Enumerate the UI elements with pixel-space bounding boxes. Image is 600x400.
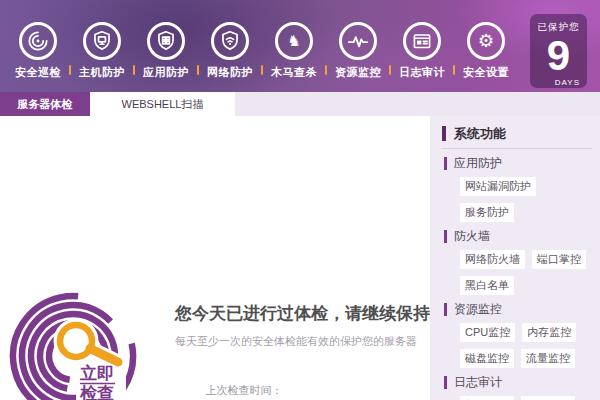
checkup-heading: 您今天已进行过体检，请继续保持 (175, 302, 431, 325)
tab-server-checkup[interactable]: 服务器体检 (0, 92, 90, 116)
nav-label: 木马查杀 (264, 65, 324, 80)
sb-btn-network-firewall[interactable]: 网络防火墙 (460, 250, 525, 269)
nav-label: 资源监控 (328, 65, 388, 80)
tab-bar: 服务器体检 WEBSHELL扫描 (0, 92, 600, 116)
sb-btn-service-protection[interactable]: 服务防护 (460, 203, 514, 222)
nav-divider (453, 65, 455, 75)
sidebar-section-resource-monitor: 资源监控 CPU监控 内存监控 磁盘监控 流量监控 (442, 303, 596, 368)
nav-divider (197, 65, 199, 75)
system-functions-sidebar: 系统功能 应用防护 网站漏洞防护 服务防护 防火墙 网络防火墙 端口掌控 黑白名… (430, 116, 600, 400)
sb-btn-port-control[interactable]: 端口掌控 (532, 250, 586, 269)
network-shield-icon (211, 22, 249, 60)
section-title: 应用防护 (444, 157, 596, 170)
host-shield-icon (83, 22, 121, 60)
check-now-label-line2: 检查 (79, 384, 114, 400)
nav-label: 安全设置 (456, 65, 516, 80)
section-buttons: 操作日志 监控日志 防护日志 (460, 396, 594, 400)
sidebar-section-app-protection: 应用防护 网站漏洞防护 服务防护 (442, 157, 596, 222)
section-title: 资源监控 (444, 303, 596, 316)
nav-label: 网络防护 (200, 65, 260, 80)
nav-divider (69, 65, 71, 75)
nav-divider (133, 65, 135, 75)
pulse-monitor-icon (339, 22, 377, 60)
nav-divider (261, 65, 263, 75)
protected-days-count: 9 (530, 34, 587, 78)
nav-divider (389, 65, 391, 75)
sb-btn-black-white-list[interactable]: 黑白名单 (460, 276, 514, 295)
nav-label: 日志审计 (392, 65, 452, 80)
stat-last-check-time: 上次检查时间： 2016/8/6 19:40:02 (175, 365, 431, 400)
log-report-icon (403, 22, 441, 60)
svg-text:♞: ♞ (287, 32, 301, 50)
stat-label: 上次检查时间： (206, 382, 288, 399)
check-now-label-line1: 立即 (79, 364, 114, 383)
nav-label: 安全巡检 (8, 65, 68, 80)
trojan-horse-icon: ♞ (275, 22, 313, 60)
security-suite-window: 安全巡检 主机防护 (0, 0, 600, 400)
nav-item-host-protection[interactable]: 主机防护 (72, 22, 132, 80)
app-shield-icon (147, 22, 185, 60)
checkup-panel: 立即 检查 您今天已进行过体检，请继续保持 每天至少一次的安全体检能有效的保护您… (0, 116, 430, 400)
sb-btn-memory-monitor[interactable]: 内存监控 (522, 323, 576, 342)
sb-btn-web-vuln-protection[interactable]: 网站漏洞防护 (460, 177, 536, 196)
section-title: 日志审计 (444, 376, 596, 389)
nav-item-resource-monitor[interactable]: 资源监控 (328, 22, 388, 80)
sb-btn-operation-log[interactable]: 操作日志 (460, 396, 514, 400)
sb-btn-traffic-monitor[interactable]: 流量监控 (521, 349, 575, 368)
spiral-scan-icon (19, 22, 57, 60)
top-nav-bar: 安全巡检 主机防护 (0, 0, 600, 92)
section-title: 防火墙 (444, 230, 596, 243)
tab-webshell-scan[interactable]: WEBSHELL扫描 (90, 92, 235, 116)
section-buttons: 网络防火墙 端口掌控 黑白名单 (460, 250, 594, 295)
protected-days-unit: DAYS (530, 78, 587, 87)
nav-item-security-patrol[interactable]: 安全巡检 (8, 22, 68, 80)
nav-item-security-settings[interactable]: ⚙ 安全设置 (456, 22, 516, 80)
sb-btn-cpu-monitor[interactable]: CPU监控 (460, 323, 515, 342)
sb-btn-monitor-log[interactable]: 监控日志 (521, 396, 575, 400)
sidebar-title: 系统功能 (442, 126, 596, 141)
top-nav: 安全巡检 主机防护 (8, 22, 520, 80)
sidebar-divider (442, 148, 592, 149)
sidebar-section-log-audit: 日志审计 操作日志 监控日志 防护日志 (442, 376, 596, 400)
nav-item-app-protection[interactable]: 应用防护 (136, 22, 196, 80)
checkup-subheading: 每天至少一次的安全体检能有效的保护您的服务器 (175, 334, 431, 349)
protected-days-badge: 已保护您 9 DAYS (530, 14, 587, 88)
sidebar-section-firewall: 防火墙 网络防火墙 端口掌控 黑白名单 (442, 230, 596, 295)
section-buttons: 网站漏洞防护 服务防护 (460, 177, 594, 222)
svg-text:⚙: ⚙ (478, 30, 495, 51)
checkup-stats: 上次检查时间： 2016/8/6 19:40:02 上次体检得分： 98分 未处… (175, 365, 431, 400)
nav-item-log-audit[interactable]: 日志审计 (392, 22, 452, 80)
nav-item-network-protection[interactable]: 网络防护 (200, 22, 260, 80)
check-now-button[interactable]: 立即 检查 (8, 284, 158, 400)
nav-label: 应用防护 (136, 65, 196, 80)
sb-btn-disk-monitor[interactable]: 磁盘监控 (460, 349, 514, 368)
gear-icon: ⚙ (467, 22, 505, 60)
nav-item-trojan-scan[interactable]: ♞ 木马查杀 (264, 22, 324, 80)
nav-label: 主机防护 (72, 65, 132, 80)
section-buttons: CPU监控 内存监控 磁盘监控 流量监控 (460, 323, 594, 368)
checkup-summary: 您今天已进行过体检，请继续保持 每天至少一次的安全体检能有效的保护您的服务器 上… (175, 302, 431, 400)
nav-divider (325, 65, 327, 75)
